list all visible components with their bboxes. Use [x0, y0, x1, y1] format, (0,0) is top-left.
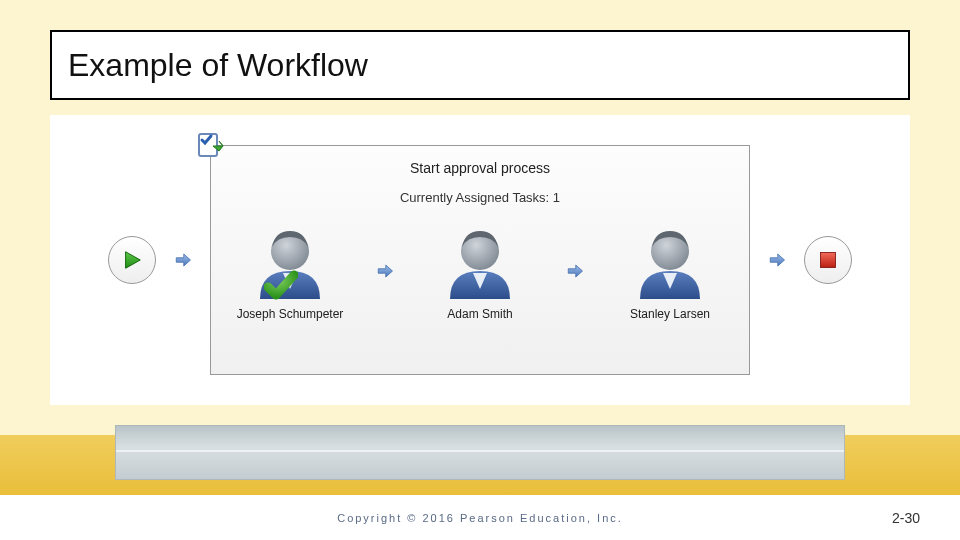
svg-marker-0	[126, 252, 141, 269]
decorative-strip	[115, 425, 845, 480]
arrow-step-2	[564, 251, 586, 291]
checklist-icon	[197, 132, 225, 158]
person-name: Joseph Schumpeter	[237, 307, 344, 321]
workflow: Start approval process Currently Assigne…	[108, 145, 852, 375]
stop-icon	[818, 250, 838, 270]
end-node	[804, 236, 852, 284]
person-2: Adam Smith	[420, 223, 540, 321]
person-name: Adam Smith	[447, 307, 512, 321]
arrow-right-icon	[566, 262, 584, 280]
footer: Copyright © 2016 Pearson Education, Inc.…	[0, 495, 960, 540]
diagram-area: Start approval process Currently Assigne…	[50, 115, 910, 405]
approval-panel: Start approval process Currently Assigne…	[210, 145, 750, 375]
person-1: Joseph Schumpeter	[230, 223, 350, 321]
arrow-right-icon	[174, 251, 192, 269]
page-number: 2-30	[892, 510, 920, 526]
arrow-right-icon	[768, 251, 786, 269]
person-3: Stanley Larsen	[610, 223, 730, 321]
user-icon	[445, 223, 515, 301]
play-icon	[121, 249, 143, 271]
people-row: Joseph Schumpeter Adam Smith	[230, 223, 730, 321]
panel-title: Start approval process	[410, 160, 550, 176]
svg-rect-5	[821, 253, 836, 268]
user-icon	[635, 223, 705, 301]
title-box: Example of Workflow	[50, 30, 910, 100]
start-node	[108, 236, 156, 284]
page-title: Example of Workflow	[68, 47, 368, 84]
arrow-step-1	[374, 251, 396, 291]
panel-subtitle: Currently Assigned Tasks: 1	[400, 190, 560, 205]
copyright-text: Copyright © 2016 Pearson Education, Inc.	[337, 512, 623, 524]
check-icon	[264, 269, 298, 303]
arrow-right-icon	[376, 262, 394, 280]
person-name: Stanley Larsen	[630, 307, 710, 321]
